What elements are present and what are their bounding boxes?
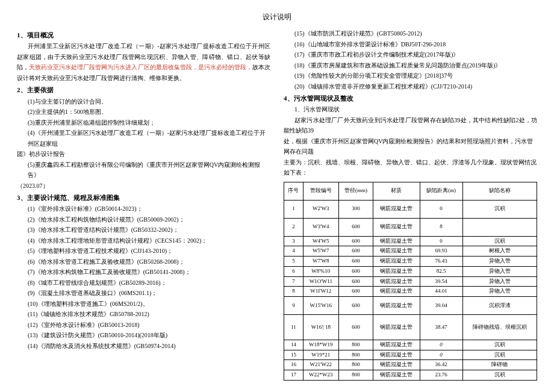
section-1-heading: 1、项目概况 bbox=[17, 30, 270, 41]
table-row: 7W1O'W11600钢筋混凝土管39.54异物入管 bbox=[284, 276, 537, 287]
sec4-p3: 主要为：沉积、残墙、坝根、障碍物、异物入管、错口、起伏、浮渣等几个现象。现状管网… bbox=[284, 157, 537, 178]
two-column-layout: 1、项目概况 开州浦里工业新区污水处理厂改造工程（一期）-赵家污水处理厂提标改造… bbox=[17, 28, 537, 381]
sec3-left-13: (13)《建筑设计防火规范》(GB50016-2014)(2018年版) bbox=[17, 330, 270, 341]
table-row: 3W4'W5600钢筋混凝土管0沉积 bbox=[284, 236, 537, 246]
th-segment: 管段编号 bbox=[303, 182, 338, 200]
section-1-body: 开州浦里工业新区污水处理厂改造工程（一期）-赵家污水处理厂提标改造工程位于开州区… bbox=[17, 41, 270, 83]
sec3-right-19: (19)《危险性较大的分部分项工程安全管理规定》[2018]37号 bbox=[284, 70, 537, 81]
page-title: 设计说明 bbox=[17, 12, 537, 22]
sec3-left-10: (10)《埋地塑料排水管道施工》(06MS201/2)。 bbox=[17, 299, 270, 310]
section-3-heading: 3、主要设计规范、规程及标准图集 bbox=[17, 192, 270, 204]
table-row: 4W5'W7600钢筋混凝土管69.93树根入管 bbox=[284, 246, 537, 257]
table-header-row: 序号 管段编号 管径(mm) 材质 缺陷距离(m) 缺陷名称 bbox=[284, 182, 537, 200]
table-row: 16W21'W22800钢筋混凝土管36.42障碍物 bbox=[284, 360, 537, 370]
table-row: 5W7'W8600钢筋混凝土管76.43异物入管 bbox=[284, 257, 537, 267]
th-distance: 缺陷距离(m) bbox=[420, 182, 462, 200]
defect-table: 序号 管段编号 管径(mm) 材质 缺陷距离(m) 缺陷名称 1W2'W3300… bbox=[284, 182, 537, 381]
table-row: 9W15'W16600钢筋混凝土管39.04沉积浮渣 bbox=[284, 296, 537, 314]
th-diameter: 管径(mm) bbox=[338, 182, 373, 200]
table-row: 14W18*W19800钢筋混凝土管0沉积 bbox=[284, 340, 537, 350]
sec3-left-1: (1)《室外排水设计标准》(GB50014-2023)； bbox=[17, 204, 270, 214]
sec3-left-2: (2)《给水排水工程构筑物结构设计规范》(GB50069-2002)； bbox=[17, 214, 270, 225]
th-seq: 序号 bbox=[284, 182, 303, 200]
section-2-heading: 2、主要依据 bbox=[17, 84, 270, 96]
sec4-p1: 赵家污水处理厂厂外天致药业到污水处理厂段管网存在缺陷39处，其中结构性缺陷2处，… bbox=[284, 115, 537, 136]
sec2-item-4: (4)《开州浦里工业新区污水处理厂改造工程（一期）-赵家污水处理厂提标改造工程位… bbox=[17, 128, 270, 149]
sec3-left-4: (4)《给水排水工程埋地矩形管道结构设计规程》(CECS145：2002)； bbox=[17, 235, 270, 246]
sec3-right-18: (18)《重庆市房屋建筑和市政基础设施工程质量常见问题防治要点(2019年版)》 bbox=[284, 60, 537, 71]
sec3-right-16: (16)《山地城市室外排水管渠设计标准》DBJ50T-296-2018 bbox=[284, 39, 537, 50]
table-row: 6W8'%10600钢筋混凝土管82.5异物入管 bbox=[284, 266, 537, 276]
section-4-heading: 4、污水管网现状及整改 bbox=[284, 93, 537, 104]
th-defect: 缺陷名称 bbox=[462, 182, 537, 200]
table-body: 1W2'W3300钢筋混凝土管0沉积 2W3'W4600钢筋混凝土管8 3W4'… bbox=[284, 200, 537, 380]
sec3-left-7: (7)《给水排水构筑物工程施工及验收规范》(GB50141-2008)； bbox=[17, 267, 270, 278]
sec3-left-6: (6)《给水排水管道工程施工及验收规范》(GB50268-2008)； bbox=[17, 257, 270, 267]
sec3-left-9: (9)《混凝土排水管道基础及接口》(06MS201.1)； bbox=[17, 288, 270, 299]
sec3-left-8: (8)《城市工程管线综合规划规范》(GB50289-2016)； bbox=[17, 278, 270, 288]
table-row: 8W1I'W12600钢筋混凝土管44.01异物入管 bbox=[284, 287, 537, 297]
table-row: 17W22*W23800钢筋混凝土管23.76沉积 bbox=[284, 370, 537, 380]
table-row: 15W19*21800钢筋混凝土管0沉积 bbox=[284, 350, 537, 360]
sec1-highlight: 天致药业至污水处理厂段管网为污水进入厂区的最后收集管段，是污水必经的管段， bbox=[29, 64, 252, 70]
left-column: 1、项目概况 开州浦里工业新区污水处理厂改造工程（一期）-赵家污水处理厂提标改造… bbox=[17, 28, 270, 381]
sec3-left-5: (5)《埋地塑料排水管道工程技术规程》(CJJ143-2010)； bbox=[17, 246, 270, 257]
sec3-left-12: (12)《室外给水设计标准》(GB50013-2018) bbox=[17, 320, 270, 331]
table-row: 1W2'W3300钢筋混凝土管0沉积 bbox=[284, 200, 537, 218]
sec2-item-2: (2)业主提供的1：500地形图。 bbox=[17, 107, 270, 117]
sec2-item-4-tail: 团》初步设计报告 bbox=[17, 149, 270, 160]
table-row: 11W16'| 18600钢筋混凝土管38.47障碍物残墙、坝根沉积 bbox=[284, 314, 537, 340]
sec4-sub1: 1、污水管网现状 bbox=[284, 104, 537, 115]
sec4-p2: 处，根据《重庆市开州区赵家管网QV内窥测绘检测报告》的结果和对照现场照片资料，污… bbox=[284, 136, 537, 157]
sec3-left-3: (3)《给水排水工程管道结构设计规范》(GB50332-2002)； bbox=[17, 225, 270, 235]
sec2-item-5-tail: （2023.07） bbox=[17, 181, 270, 191]
sec2-item-5: (5)重庆鑫四禾工程勘察设计有限公司编制的《重庆市开州区赵家管网QV内窥测绘检测… bbox=[17, 160, 270, 181]
sec3-left-14: (14)《消防给水及消火栓系统技术规范》(GB50974-2014) bbox=[17, 341, 270, 352]
sec3-left-11: (11)《城镇给水排水技术规范》GB50788-2012) bbox=[17, 309, 270, 320]
sec3-right-17: (17)《重庆市市政工程初步设计文件编制技术规定(2017年版)》 bbox=[284, 49, 537, 60]
th-material: 材质 bbox=[373, 182, 420, 200]
sec2-item-3: (3)重庆开州浦里新区临港组团控制性详细规划； bbox=[17, 117, 270, 128]
sec3-right-15: (15)《城市防洪工程设计规范》(GBT50805-2012) bbox=[284, 28, 537, 39]
sec2-item-1: (1)与业主签订的的设计合同。 bbox=[17, 96, 270, 107]
sec3-right-20: (20)《城镇排水管道非开挖修复更新工程技术规程》(CJJ/T210-2014) bbox=[284, 81, 537, 92]
table-row: 2W3'W4600钢筋混凝土管8 bbox=[284, 218, 537, 236]
right-column: (15)《城市防洪工程设计规范》(GBT50805-2012) (16)《山地城… bbox=[284, 28, 537, 381]
